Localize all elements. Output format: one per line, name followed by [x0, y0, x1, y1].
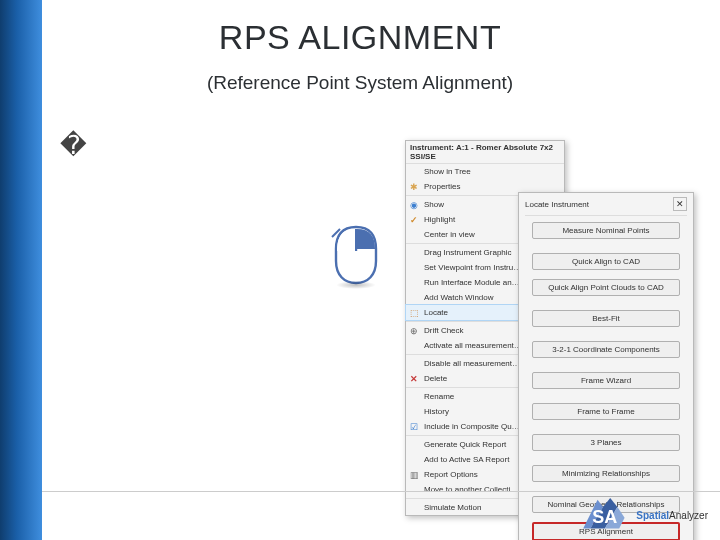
locate-option-button[interactable]: Frame Wizard: [532, 372, 680, 389]
button-spacer: [525, 243, 687, 249]
slide: RPS ALIGNMENT (Reference Point System Al…: [0, 0, 720, 540]
button-spacer: [525, 424, 687, 430]
dialog-title: Locate Instrument: [525, 200, 589, 209]
menu-item-label: Run Interface Module an…: [424, 278, 520, 287]
blank-icon: [408, 166, 420, 178]
brand-logo: SA SpatialAnalyzer: [576, 494, 708, 536]
blank-icon: [408, 358, 420, 370]
blank-icon: [408, 391, 420, 403]
blank-icon: [408, 262, 420, 274]
blank-icon: [408, 406, 420, 418]
blank-icon: [408, 292, 420, 304]
menu-item-label: Show in Tree: [424, 167, 471, 176]
mouse-icon: [330, 225, 382, 295]
menu-item-label: Include in Composite Qu…: [424, 422, 520, 431]
menu-item-label: Disable all measurement…: [424, 359, 520, 368]
locate-option-button[interactable]: Measure Nominal Points: [532, 222, 680, 239]
logo-text-1: Spatial: [636, 510, 669, 521]
menu-item-label: Activate all measurement…: [424, 341, 522, 350]
menu-item-label: Move to another Collecti…: [424, 485, 518, 494]
button-spacer: [525, 300, 687, 306]
ic-check-icon: [408, 214, 420, 226]
slide-subtitle: (Reference Point System Alignment): [0, 72, 720, 94]
blank-icon: [408, 247, 420, 259]
button-spacer: [525, 331, 687, 337]
footer-divider: [42, 491, 720, 492]
menu-item-label: Center in view: [424, 230, 475, 239]
menu-item-label: Delete: [424, 374, 447, 383]
button-spacer: [525, 393, 687, 399]
ic-chk-icon: [408, 421, 420, 433]
ic-eye-icon: [408, 199, 420, 211]
menu-item-label: History: [424, 407, 449, 416]
ic-locate-icon: [408, 307, 420, 319]
menu-item-label: Report Options: [424, 470, 478, 479]
locate-option-button[interactable]: Best-Fit: [532, 310, 680, 327]
menu-item-label: Drift Check: [424, 326, 464, 335]
menu-item-label: Add Watch Window: [424, 293, 494, 302]
menu-item-label: Show: [424, 200, 444, 209]
blank-icon: [408, 484, 420, 496]
locate-option-button[interactable]: 3-2-1 Coordinate Components: [532, 341, 680, 358]
locate-option-button[interactable]: 3 Planes: [532, 434, 680, 451]
menu-item-label: Locate: [424, 308, 448, 317]
blank-icon: [408, 439, 420, 451]
slide-title: RPS ALIGNMENT: [0, 18, 720, 57]
locate-option-button[interactable]: Quick Align to CAD: [532, 253, 680, 270]
logo-initials: SA: [592, 507, 617, 527]
context-menu-header: Instrument: A:1 - Romer Absolute 7x2 SSI…: [406, 141, 564, 164]
menu-item-label: Rename: [424, 392, 454, 401]
blank-icon: [408, 454, 420, 466]
logo-text-2: Analyzer: [669, 510, 708, 521]
button-spacer: [525, 455, 687, 461]
menu-item-label: Drag Instrument Graphic: [424, 248, 512, 257]
menu-item-label: Add to Active SA Report: [424, 455, 509, 464]
blank-icon: [408, 502, 420, 514]
close-icon[interactable]: ✕: [673, 197, 687, 211]
locate-option-button[interactable]: Frame to Frame: [532, 403, 680, 420]
menu-item[interactable]: Show in Tree: [406, 164, 564, 179]
ic-doc-icon: [408, 469, 420, 481]
menu-item-label: Set Viewpoint from Instru…: [424, 263, 521, 272]
locate-option-button[interactable]: Minimizing Relationships: [532, 465, 680, 482]
blank-icon: [408, 229, 420, 241]
menu-item-label: Simulate Motion: [424, 503, 481, 512]
ic-target-icon: [408, 325, 420, 337]
menu-item-label: Properties: [424, 182, 460, 191]
bullet-placeholder: �: [60, 130, 87, 161]
blank-icon: [408, 340, 420, 352]
blank-icon: [408, 277, 420, 289]
button-spacer: [525, 362, 687, 368]
ic-x-icon: [408, 373, 420, 385]
menu-item-label: Generate Quick Report: [424, 440, 506, 449]
ic-gear-icon: [408, 181, 420, 193]
menu-item-label: Highlight: [424, 215, 455, 224]
locate-option-button[interactable]: Quick Align Point Clouds to CAD: [532, 279, 680, 296]
locate-instrument-dialog[interactable]: Locate Instrument ✕ Measure Nominal Poin…: [518, 192, 694, 540]
